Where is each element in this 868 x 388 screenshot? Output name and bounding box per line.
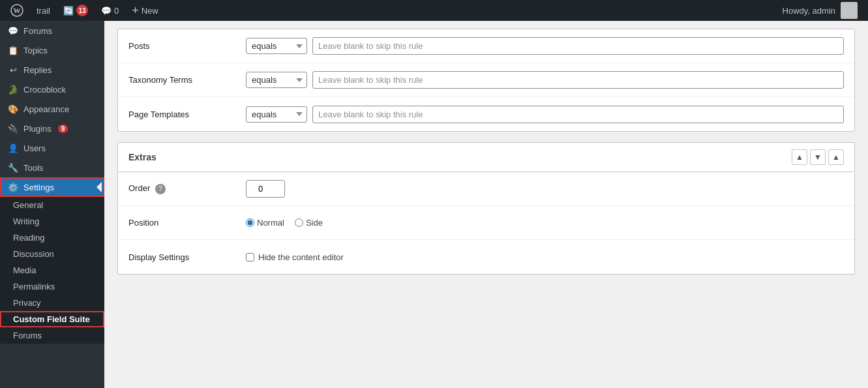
sidebar-label-plugins: Plugins bbox=[23, 124, 52, 134]
page-templates-controls: equals not equals contains bbox=[246, 106, 844, 123]
plugins-icon: 🔌 bbox=[8, 123, 18, 134]
page-templates-select[interactable]: equals not equals contains bbox=[246, 106, 307, 123]
users-icon: 👤 bbox=[8, 143, 18, 153]
taxonomy-terms-input[interactable] bbox=[312, 71, 844, 89]
privacy-label: Privacy bbox=[13, 298, 41, 308]
order-help-icon[interactable]: ? bbox=[155, 184, 166, 194]
order-controls bbox=[246, 180, 844, 198]
sidebar-label-topics: Topics bbox=[23, 46, 48, 55]
position-row: Position Normal Side bbox=[118, 206, 854, 240]
position-controls: Normal Side bbox=[246, 218, 844, 228]
permalinks-label: Permalinks bbox=[13, 282, 55, 291]
sidebar-item-forums-sub[interactable]: Forums bbox=[0, 327, 104, 344]
comments-item[interactable]: 💬 0 bbox=[96, 0, 124, 21]
settings-icon: ⚙️ bbox=[8, 182, 18, 192]
page-templates-row: Page Templates equals not equals contain… bbox=[118, 97, 854, 131]
extras-collapse-button[interactable]: ▲ bbox=[828, 149, 844, 165]
extras-box: Order ? Position Normal bbox=[117, 172, 855, 275]
hide-content-editor-text: Hide the content editor bbox=[258, 252, 344, 262]
extras-up-button[interactable]: ▲ bbox=[792, 149, 807, 165]
replies-icon: ↩ bbox=[8, 65, 18, 75]
updates-badge: 13 bbox=[76, 5, 88, 16]
sidebar-item-custom-field-suite[interactable]: Custom Field Suite bbox=[0, 311, 104, 327]
sidebar-arrow bbox=[94, 177, 104, 197]
sidebar-item-appearance[interactable]: 🎨 Appearance bbox=[0, 99, 104, 119]
page-templates-label: Page Templates bbox=[128, 110, 246, 119]
sidebar-item-media[interactable]: Media bbox=[0, 262, 104, 278]
adminbar-right: Howdy, admin bbox=[777, 2, 863, 19]
posts-controls: equals not equals contains bbox=[246, 37, 844, 55]
order-input[interactable] bbox=[246, 180, 285, 198]
display-settings-row: Display Settings Hide the content editor bbox=[118, 240, 854, 274]
svg-text:W: W bbox=[14, 7, 21, 14]
display-settings-label: Display Settings bbox=[128, 252, 246, 262]
sidebar-item-crocoblock[interactable]: 🐊 Crocoblock bbox=[0, 80, 104, 99]
position-side-text: Side bbox=[306, 218, 323, 228]
posts-select[interactable]: equals not equals contains bbox=[246, 38, 307, 54]
extras-section: Extras ▲ ▼ ▲ Order ? bbox=[117, 142, 855, 275]
sidebar-label-crocoblock: Crocoblock bbox=[23, 85, 66, 95]
discussion-label: Discussion bbox=[13, 249, 54, 259]
position-normal-label[interactable]: Normal bbox=[246, 218, 284, 228]
main-content: Posts equals not equals contains Taxonom… bbox=[104, 21, 868, 388]
sidebar-item-plugins[interactable]: 🔌 Plugins 9 bbox=[0, 119, 104, 138]
sidebar-item-users[interactable]: 👤 Users bbox=[0, 138, 104, 158]
reading-label: Reading bbox=[13, 233, 44, 243]
custom-field-suite-label: Custom Field Suite bbox=[13, 314, 90, 324]
position-side-label[interactable]: Side bbox=[295, 218, 323, 228]
sidebar-item-writing[interactable]: Writing bbox=[0, 213, 104, 230]
order-label: Order ? bbox=[128, 183, 246, 194]
media-label: Media bbox=[13, 265, 36, 275]
sidebar-item-settings[interactable]: ⚙️ Settings bbox=[0, 177, 104, 197]
avatar[interactable] bbox=[841, 2, 858, 19]
sidebar-item-privacy[interactable]: Privacy bbox=[0, 295, 104, 311]
page-templates-input[interactable] bbox=[312, 106, 844, 123]
extras-header: Extras ▲ ▼ ▲ bbox=[117, 142, 855, 172]
sidebar: 💬 Forums 📋 Topics ↩ Replies 🐊 Crocoblock… bbox=[0, 21, 104, 388]
taxonomy-terms-controls: equals not equals contains bbox=[246, 71, 844, 89]
sidebar-item-topics[interactable]: 📋 Topics bbox=[0, 40, 104, 60]
sidebar-item-general[interactable]: General bbox=[0, 197, 104, 213]
taxonomy-terms-label: Taxonomy Terms bbox=[128, 75, 246, 85]
position-side-radio[interactable] bbox=[295, 218, 303, 227]
order-row: Order ? bbox=[118, 172, 854, 206]
crocoblock-icon: 🐊 bbox=[8, 84, 18, 95]
plugins-badge: 9 bbox=[58, 125, 68, 133]
posts-row: Posts equals not equals contains bbox=[118, 29, 854, 63]
appearance-icon: 🎨 bbox=[8, 104, 18, 114]
sidebar-label-settings: Settings bbox=[23, 183, 54, 192]
position-label: Position bbox=[128, 218, 246, 228]
sidebar-item-discussion[interactable]: Discussion bbox=[0, 246, 104, 262]
position-normal-radio[interactable] bbox=[246, 218, 254, 227]
wp-logo[interactable]: W bbox=[5, 0, 29, 21]
taxonomy-terms-select[interactable]: equals not equals contains bbox=[246, 72, 307, 88]
sidebar-item-tools[interactable]: 🔧 Tools bbox=[0, 158, 104, 177]
forums-icon: 💬 bbox=[8, 25, 18, 36]
updates-item[interactable]: 🔄 13 bbox=[58, 0, 93, 21]
sidebar-item-forums[interactable]: 💬 Forums bbox=[0, 21, 104, 40]
sidebar-label-tools: Tools bbox=[23, 163, 43, 173]
new-item[interactable]: + New bbox=[127, 0, 164, 21]
general-label: General bbox=[13, 200, 43, 210]
hide-content-editor-label[interactable]: Hide the content editor bbox=[246, 252, 344, 262]
position-radio-group: Normal Side bbox=[246, 218, 323, 228]
admin-bar: W trail 🔄 13 💬 0 + New Howdy, admin bbox=[0, 0, 868, 21]
tools-icon: 🔧 bbox=[8, 162, 18, 173]
sidebar-label-forums: Forums bbox=[23, 26, 52, 36]
extras-controls: ▲ ▼ ▲ bbox=[792, 149, 844, 165]
hide-content-editor-checkbox[interactable] bbox=[246, 253, 254, 261]
sidebar-item-replies[interactable]: ↩ Replies bbox=[0, 60, 104, 80]
sidebar-item-reading[interactable]: Reading bbox=[0, 230, 104, 246]
site-name[interactable]: trail bbox=[31, 0, 55, 21]
sidebar-item-permalinks[interactable]: Permalinks bbox=[0, 278, 104, 295]
extras-down-button[interactable]: ▼ bbox=[810, 149, 826, 165]
posts-label: Posts bbox=[128, 41, 246, 51]
sidebar-label-replies: Replies bbox=[23, 65, 52, 75]
sidebar-label-users: Users bbox=[23, 143, 46, 153]
extras-title: Extras bbox=[128, 152, 792, 162]
taxonomy-terms-row: Taxonomy Terms equals not equals contain… bbox=[118, 63, 854, 97]
posts-input[interactable] bbox=[312, 37, 844, 55]
display-settings-controls: Hide the content editor bbox=[246, 252, 844, 262]
topics-icon: 📋 bbox=[8, 45, 18, 55]
settings-submenu: General Writing Reading Discussion Media… bbox=[0, 197, 104, 344]
